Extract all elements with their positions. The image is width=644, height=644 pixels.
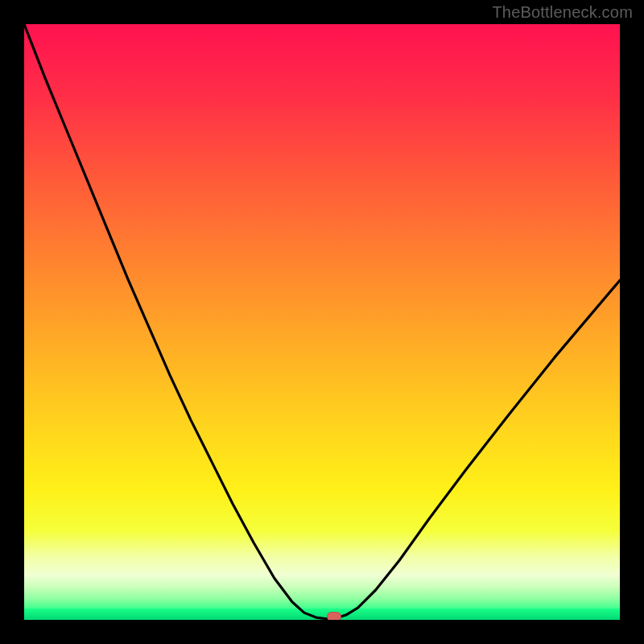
chart-frame: TheBottleneck.com bbox=[0, 0, 644, 644]
watermark-text: TheBottleneck.com bbox=[492, 3, 633, 22]
plot-area bbox=[24, 24, 620, 620]
bottleneck-curve bbox=[24, 24, 620, 620]
minimum-marker bbox=[327, 612, 341, 620]
